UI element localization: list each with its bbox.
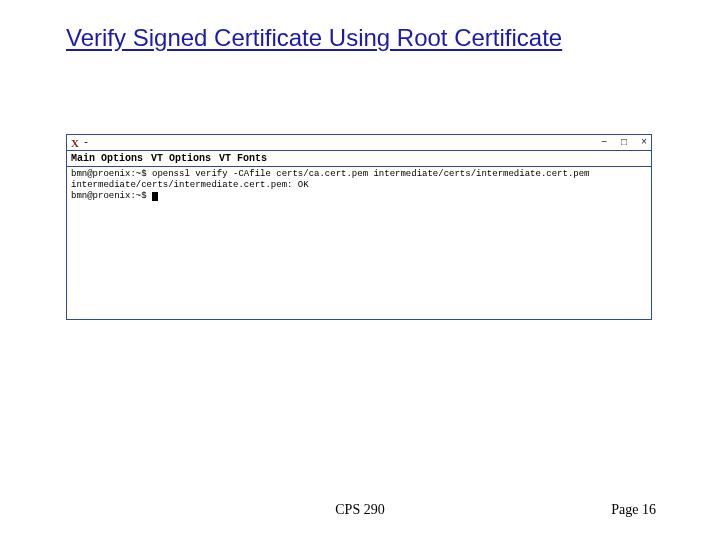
- maximize-button[interactable]: □: [621, 138, 627, 148]
- terminal-menubar: Main Options VT Options VT Fonts: [67, 151, 651, 167]
- menu-vt-fonts[interactable]: VT Fonts: [219, 153, 267, 164]
- cursor-icon: [152, 192, 158, 201]
- terminal-line: intermediate/certs/intermediate.cert.pem…: [71, 180, 309, 190]
- terminal-body: bmn@proenix:~$ openssl verify -CAfile ce…: [67, 167, 651, 204]
- terminal-line: bmn@proenix:~$: [71, 191, 152, 201]
- slide-title: Verify Signed Certificate Using Root Cer…: [66, 24, 654, 52]
- window-controls: − □ ×: [601, 138, 647, 148]
- menu-main-options[interactable]: Main Options: [71, 153, 143, 164]
- slide: Verify Signed Certificate Using Root Cer…: [0, 0, 720, 540]
- terminal-titlebar: X - − □ ×: [67, 135, 651, 151]
- titlebar-text: -: [83, 138, 89, 148]
- close-button[interactable]: ×: [641, 138, 647, 148]
- menu-vt-options[interactable]: VT Options: [151, 153, 211, 164]
- footer-page: Page 16: [611, 502, 656, 518]
- terminal-window: X - − □ × Main Options VT Options VT Fon…: [66, 134, 652, 320]
- titlebar-left: X -: [71, 138, 89, 148]
- minimize-button[interactable]: −: [601, 138, 607, 148]
- terminal-line: bmn@proenix:~$ openssl verify -CAfile ce…: [71, 169, 589, 179]
- xterm-icon: X: [71, 138, 79, 148]
